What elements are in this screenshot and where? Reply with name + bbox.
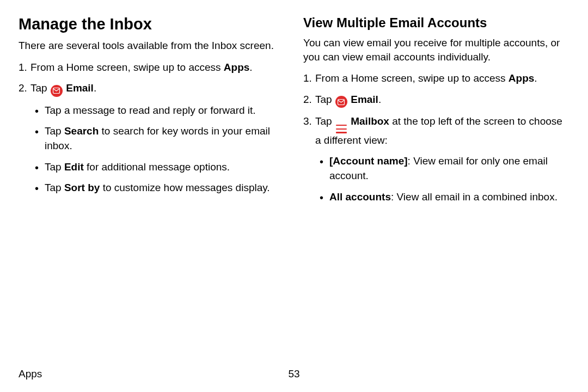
- step-text: Tap: [315, 94, 335, 105]
- step-text-post: .: [249, 62, 252, 73]
- page-footer: Apps 53: [19, 368, 569, 380]
- substeps-right: [Account name]: View email for only one …: [315, 154, 569, 204]
- sortby-label: Sort by: [64, 182, 100, 193]
- bullet-text: Tap: [45, 125, 64, 137]
- step-2-right: Tap Email.: [315, 93, 569, 108]
- step-text: From a Home screen, swipe up to access: [315, 72, 509, 84]
- step-text-post: .: [534, 72, 537, 84]
- step-2-left: Tap Email. Tap a message to read and rep…: [30, 81, 285, 195]
- step-3-right: Tap Mailbox at the top left of the scree…: [315, 114, 569, 204]
- step-1-left: From a Home screen, swipe up to access A…: [30, 60, 285, 75]
- heading-manage-inbox: Manage the Inbox: [19, 15, 285, 33]
- step-text-post: .: [94, 82, 96, 94]
- email-icon: [335, 96, 347, 108]
- bullet-text-post: : View all email in a combined inbox.: [391, 191, 558, 203]
- step-1-right: From a Home screen, swipe up to access A…: [315, 71, 569, 86]
- substeps-left: Tap a message to read and reply or forwa…: [30, 103, 285, 195]
- all-accounts-label: All accounts: [329, 191, 391, 203]
- bullet-account-name: [Account name]: View email for only one …: [329, 154, 569, 183]
- search-label: Search: [64, 125, 99, 137]
- mailbox-label: Mailbox: [351, 115, 389, 127]
- edit-label: Edit: [64, 161, 84, 173]
- bullet-text: Tap: [45, 182, 64, 193]
- step-text: From a Home screen, swipe up to access: [30, 62, 224, 73]
- right-column: View Multiple Email Accounts You can vie…: [303, 15, 569, 211]
- bullet-edit: Tap Edit for additional message options.: [45, 160, 285, 175]
- bullet-text-post: to customize how messages display.: [100, 182, 270, 193]
- bullet-text: Tap a message to read and reply or forwa…: [45, 105, 256, 116]
- steps-right: From a Home screen, swipe up to access A…: [303, 71, 569, 204]
- bullet-sortby: Tap Sort by to customize how messages di…: [45, 181, 285, 195]
- footer-page-number: 53: [288, 368, 299, 380]
- step-text-post: .: [378, 94, 381, 105]
- bullet-text-post: for additional message options.: [84, 161, 230, 173]
- bullet-search: Tap Search to search for key words in yo…: [45, 124, 285, 153]
- bullet-text: Tap: [45, 161, 64, 173]
- apps-label: Apps: [509, 72, 535, 84]
- intro-view-multiple: You can view email you receive for multi…: [303, 36, 569, 64]
- intro-manage-inbox: There are several tools available from t…: [19, 39, 285, 53]
- account-name-label: [Account name]: [329, 155, 408, 167]
- footer-section: Apps: [19, 368, 42, 380]
- bullet-read-reply: Tap a message to read and reply or forwa…: [45, 103, 285, 118]
- steps-left: From a Home screen, swipe up to access A…: [19, 60, 285, 195]
- page-content: Manage the Inbox There are several tools…: [19, 15, 569, 211]
- bullet-all-accounts: All accounts: View all email in a combin…: [329, 190, 569, 205]
- email-label: Email: [351, 94, 378, 105]
- email-icon: [51, 85, 63, 97]
- left-column: Manage the Inbox There are several tools…: [19, 15, 285, 211]
- heading-view-multiple: View Multiple Email Accounts: [303, 15, 569, 30]
- step-text: Tap: [315, 115, 335, 127]
- apps-label: Apps: [224, 62, 250, 73]
- email-label: Email: [66, 82, 94, 94]
- hamburger-icon: [336, 125, 347, 133]
- step-text: Tap: [30, 82, 50, 94]
